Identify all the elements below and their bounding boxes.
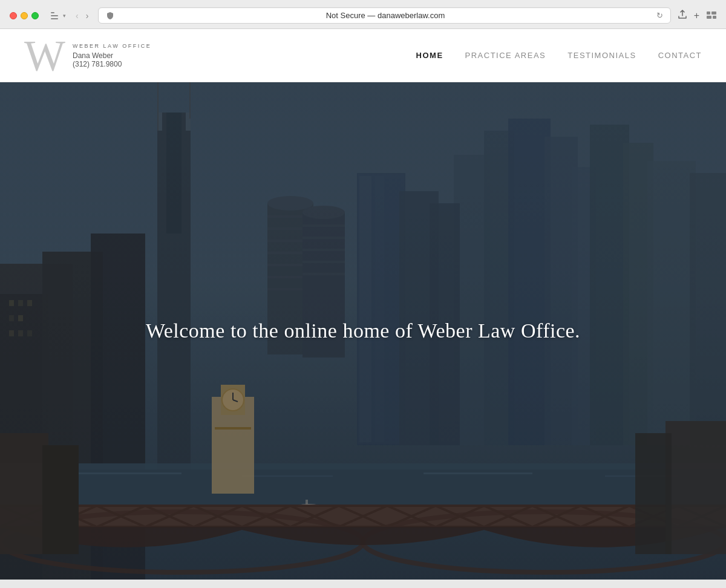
- nav-arrows: ‹ ›: [73, 10, 91, 22]
- sidebar-icon: [51, 11, 62, 20]
- logo-letter: W: [24, 34, 64, 77]
- minimize-button[interactable]: [21, 12, 28, 19]
- firm-name: WEBER LAW OFFICE: [73, 43, 151, 49]
- site-header: W WEBER LAW OFFICE Dana Weber (312) 781.…: [0, 29, 726, 82]
- close-button[interactable]: [10, 12, 17, 19]
- contact-phone: (312) 781.9800: [73, 60, 151, 68]
- url-text: Not Secure — danaweberlaw.com: [119, 11, 651, 20]
- forward-button[interactable]: ›: [83, 10, 91, 22]
- site-nav: HOME PRACTICE AREAS TESTIMONIALS CONTACT: [416, 51, 702, 60]
- svg-rect-0: [707, 11, 710, 15]
- browser-controls: +: [678, 10, 716, 21]
- hero-headline: Welcome to the online home of Weber Law …: [146, 319, 580, 342]
- nav-item-practice-areas[interactable]: PRACTICE AREAS: [465, 51, 546, 60]
- traffic-lights: [10, 12, 39, 19]
- svg-rect-1: [711, 11, 716, 15]
- new-tab-icon[interactable]: +: [694, 10, 699, 21]
- svg-rect-3: [713, 16, 716, 19]
- svg-rect-2: [707, 16, 711, 19]
- logo-area: W WEBER LAW OFFICE Dana Weber (312) 781.…: [24, 34, 151, 77]
- hero-text: Welcome to the online home of Weber Law …: [146, 319, 580, 342]
- website-content: W WEBER LAW OFFICE Dana Weber (312) 781.…: [0, 29, 726, 580]
- browser-chrome: ▾ ‹ › Not Secure — danaweberlaw.com ↻ +: [0, 0, 726, 29]
- nav-item-home[interactable]: HOME: [416, 51, 443, 60]
- back-button[interactable]: ‹: [73, 10, 81, 22]
- reload-icon[interactable]: ↻: [656, 11, 663, 20]
- address-bar[interactable]: Not Secure — danaweberlaw.com ↻: [98, 7, 670, 24]
- sidebar-toggle[interactable]: ▾: [51, 11, 66, 20]
- nav-item-testimonials[interactable]: TESTIMONIALS: [567, 51, 636, 60]
- contact-name: Dana Weber: [73, 51, 151, 60]
- hero-section: Welcome to the online home of Weber Law …: [0, 82, 726, 580]
- maximize-button[interactable]: [31, 12, 39, 19]
- chevron-down-icon: ▾: [63, 13, 66, 19]
- security-icon: [106, 11, 114, 20]
- share-icon[interactable]: [678, 10, 687, 21]
- grid-icon[interactable]: [707, 11, 716, 21]
- nav-item-contact[interactable]: CONTACT: [658, 51, 702, 60]
